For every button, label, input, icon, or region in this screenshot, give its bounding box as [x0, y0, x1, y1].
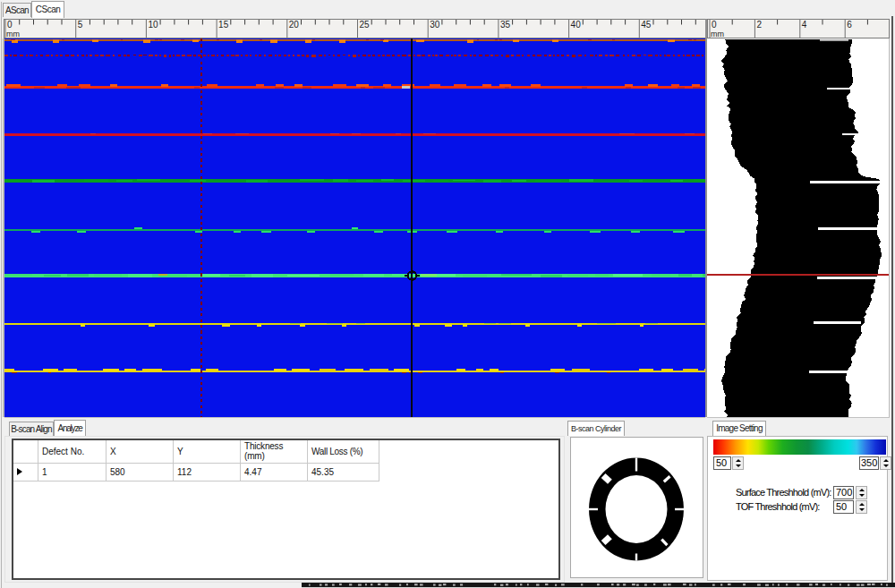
- svg-text:0: 0: [7, 20, 13, 30]
- svg-text:45: 45: [641, 20, 652, 30]
- svg-text:mm: mm: [711, 30, 724, 38]
- svg-text:25: 25: [360, 20, 371, 30]
- svg-text:4: 4: [802, 20, 807, 30]
- svg-text:35: 35: [500, 20, 511, 30]
- svg-text:20: 20: [289, 20, 300, 30]
- svg-text:2: 2: [756, 20, 762, 30]
- svg-text:0: 0: [712, 20, 717, 30]
- svg-text:15: 15: [218, 20, 229, 30]
- svg-text:40: 40: [571, 20, 582, 30]
- svg-text:mm: mm: [6, 30, 20, 38]
- svg-text:5: 5: [78, 20, 83, 30]
- svg-text:6: 6: [847, 20, 852, 30]
- svg-text:10: 10: [148, 20, 158, 30]
- svg-text:30: 30: [430, 20, 440, 30]
